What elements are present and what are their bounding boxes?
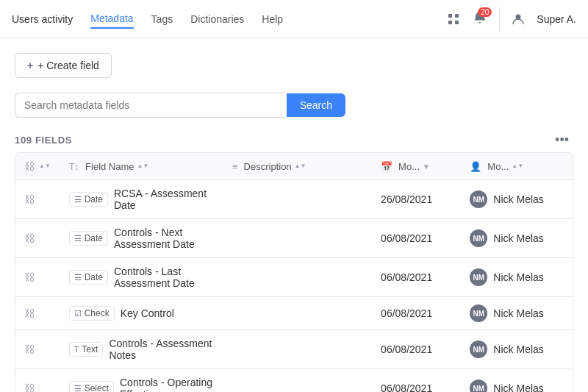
type-badge: ☰ Select — [69, 381, 114, 392]
row-modified-cell: 26/08/2021 — [372, 180, 461, 219]
th-link: ⛓ ▲▼ — [15, 153, 60, 180]
user-name: Nick Melas — [493, 193, 543, 205]
row-field-name-cell: ☰ Select Controls - Operating Effectiven… — [60, 369, 223, 393]
user-cell: NM Nick Melas — [470, 341, 564, 358]
row-description-cell — [223, 180, 372, 219]
row-link-cell: ⛓ — [15, 330, 60, 369]
avatar: NM — [470, 304, 487, 322]
avatar: NM — [470, 268, 487, 286]
th-description[interactable]: ≡ Description ▲▼ — [223, 153, 372, 180]
link-sort-arrows[interactable]: ▲▼ — [39, 163, 51, 169]
table-row: ⛓ ☰ Select Controls - Operating Effectiv… — [15, 369, 573, 393]
user-cell: NM Nick Melas — [470, 268, 564, 286]
create-field-label: + Create field — [37, 60, 99, 71]
user-avatar-icon[interactable] — [512, 13, 525, 26]
fieldname-sort-arrows[interactable]: ▲▼ — [137, 163, 149, 169]
th-field-name[interactable]: T↕ Field Name ▲▼ — [60, 153, 223, 180]
field-name-text: Controls - Operating Effectiveness — [120, 377, 215, 392]
row-link-icon[interactable]: ⛓ — [24, 343, 35, 355]
type-badge: ☰ Date — [69, 231, 108, 246]
svg-rect-2 — [448, 21, 452, 24]
row-description-cell — [223, 297, 372, 330]
row-field-name-cell: ☰ Date Controls - Next Assessment Date — [60, 219, 223, 258]
row-description-cell — [223, 330, 372, 369]
row-link-cell: ⛓ — [15, 369, 60, 393]
nav-item-users-activity[interactable]: Users activity — [12, 10, 73, 28]
search-button[interactable]: Search — [287, 93, 345, 117]
grid-icon[interactable] — [446, 12, 461, 26]
type-badge-label: Date — [85, 272, 103, 282]
row-description-cell — [223, 369, 372, 393]
row-modified-by-cell: NM Nick Melas — [461, 297, 573, 330]
nav-bar: Users activity Metadata Tags Dictionarie… — [12, 10, 446, 29]
user-name: Nick Melas — [493, 382, 543, 392]
description-sort-arrows[interactable]: ▲▼ — [295, 163, 306, 169]
type-badge: ☑ Check — [69, 306, 115, 321]
type-badge-icon: ☑ — [74, 309, 82, 318]
type-badge-label: Date — [85, 194, 103, 204]
th-modified-label: Mo... — [398, 161, 420, 172]
row-modified-cell: 06/08/2021 — [372, 297, 461, 330]
type-badge-label: Text — [82, 344, 98, 354]
header: Users activity Metadata Tags Dictionarie… — [0, 0, 588, 38]
th-modified-by-label: Mo... — [487, 161, 509, 172]
row-modified-by-cell: NM Nick Melas — [461, 369, 573, 393]
row-field-name-cell: T Text Controls - Assessment Notes — [60, 330, 223, 369]
type-badge: ☰ Date — [69, 192, 108, 207]
nav-item-dictionaries[interactable]: Dictionaries — [190, 10, 244, 28]
notification-count: 20 — [478, 7, 492, 17]
link-header-icon: ⛓ — [24, 160, 35, 172]
avatar: NM — [470, 379, 487, 392]
type-badge-label: Check — [85, 308, 110, 318]
header-divider — [499, 7, 500, 31]
row-link-icon[interactable]: ⛓ — [24, 307, 35, 319]
th-description-label: Description — [244, 161, 292, 172]
more-options-button[interactable]: ••• — [551, 131, 573, 149]
row-link-icon[interactable]: ⛓ — [24, 382, 35, 392]
row-modified-by-cell: NM Nick Melas — [461, 330, 573, 369]
description-col-icon: ≡ — [232, 161, 238, 172]
avatar: NM — [470, 190, 487, 208]
fields-count: 109 FIELDS — [15, 135, 72, 146]
modby-sort-arrows[interactable]: ▲▼ — [512, 163, 523, 169]
row-field-name-cell: ☰ Date RCSA - Assessment Date — [60, 180, 223, 219]
modified-sort-icon[interactable]: ▼ — [423, 163, 430, 171]
plus-icon: + — [27, 60, 33, 71]
row-link-cell: ⛓ — [15, 219, 60, 258]
search-button-label: Search — [300, 99, 332, 111]
row-description-cell — [223, 258, 372, 297]
user-name: Nick Melas — [493, 307, 543, 319]
svg-rect-0 — [448, 14, 452, 18]
row-link-icon[interactable]: ⛓ — [24, 271, 35, 283]
create-field-button[interactable]: + + Create field — [15, 53, 112, 78]
type-badge-label: Select — [85, 383, 109, 392]
type-badge: T Text — [69, 342, 104, 357]
type-badge-icon: ☰ — [74, 234, 82, 243]
search-bar: Search — [15, 93, 345, 118]
notifications-bell[interactable]: 20 — [473, 10, 487, 27]
row-link-icon[interactable]: ⛓ — [24, 232, 35, 244]
type-badge-icon: T — [74, 345, 79, 354]
nav-item-metadata[interactable]: Metadata — [90, 10, 133, 29]
row-modified-cell: 06/08/2021 — [372, 258, 461, 297]
modby-col-icon: 👤 — [470, 161, 481, 172]
user-name: Nick Melas — [493, 343, 543, 355]
user-cell: NM Nick Melas — [470, 229, 564, 247]
table-row: ⛓ T Text Controls - Assessment Notes 06/… — [15, 330, 573, 369]
row-link-cell: ⛓ — [15, 297, 60, 330]
nav-item-help[interactable]: Help — [262, 10, 283, 28]
search-input[interactable] — [15, 93, 287, 118]
main-content: + + Create field Search 109 FIELDS ••• ⛓… — [0, 38, 588, 392]
modified-col-icon: 📅 — [381, 161, 392, 172]
row-modified-cell: 06/08/2021 — [372, 219, 461, 258]
type-badge-label: Date — [85, 233, 103, 243]
th-modified[interactable]: 📅 Mo... ▼ — [372, 153, 461, 180]
th-modified-by[interactable]: 👤 Mo... ▲▼ — [461, 153, 573, 180]
user-name: Nick Melas — [493, 232, 543, 244]
table-row: ⛓ ☑ Check Key Control 06/08/2021 NM Nick… — [15, 297, 573, 330]
table-row: ⛓ ☰ Date RCSA - Assessment Date 26/08/20… — [15, 180, 573, 219]
row-link-cell: ⛓ — [15, 258, 60, 297]
field-name-text: RCSA - Assessment Date — [114, 188, 215, 211]
nav-item-tags[interactable]: Tags — [151, 10, 173, 28]
row-link-icon[interactable]: ⛓ — [24, 193, 35, 205]
